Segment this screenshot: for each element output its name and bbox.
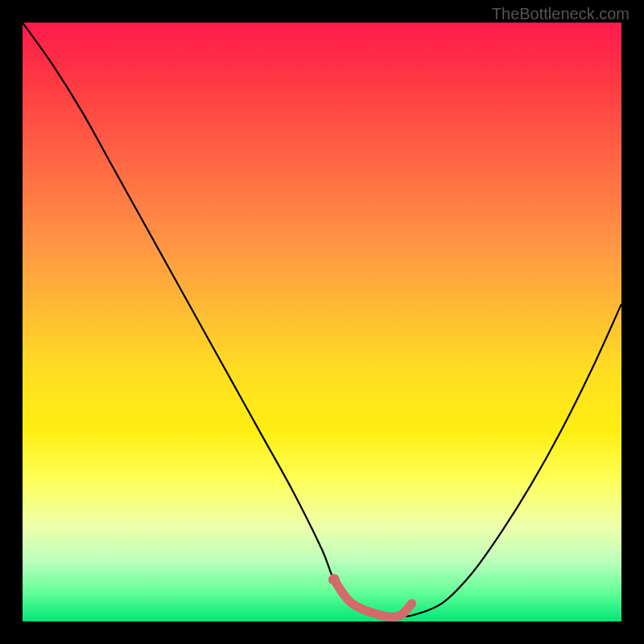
chart-plot-area bbox=[23, 23, 621, 621]
highlight-segment-line bbox=[334, 580, 412, 617]
highlight-start-dot bbox=[328, 574, 340, 585]
watermark-text: TheBottleneck.com bbox=[492, 5, 630, 23]
bottleneck-curve-line bbox=[23, 23, 621, 617]
chart-svg bbox=[23, 23, 621, 621]
